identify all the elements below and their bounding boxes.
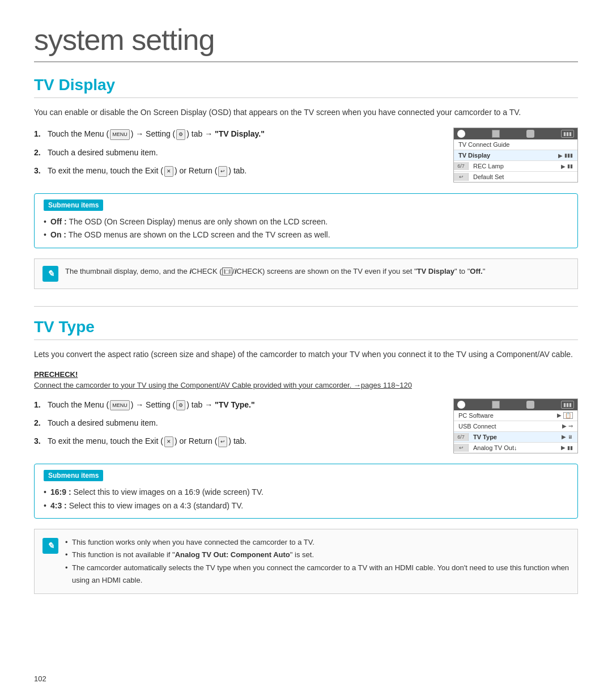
menu-row-default-set-wrapper: ↩ Default Set [454,172,577,182]
tv-type-step-2: 2. Touch a desired submenu item. [34,417,436,429]
step-3-text: To exit the menu, touch the Exit (✕) or … [48,164,246,177]
menu-side-nav-tvtype: 6/7 [454,433,469,441]
menu-back-btn: ↩ [454,173,469,181]
tv-type-menu-header: ▮▮▮ [454,399,577,410]
tv-type-menu-ui: ▮▮▮ PC Software ▶ 📋 USB Connect ▶ ⇒ 6/7 … [453,398,578,453]
oo-icon [457,130,465,138]
tv-display-steps-block: 1. Touch the Menu (MENU) → Setting (⚙) t… [34,128,578,183]
submenu-item-169: 16:9 : Select this to view images on a 1… [44,486,568,499]
menu-row-default-set: Default Set [469,172,577,182]
step-2-text: Touch a desired submenu item. [48,146,158,159]
submenu-item-43: 4:3 : Select this to view images on a 4:… [44,499,568,513]
tv-type-step-3: 3. To exit the menu, touch the Exit (✕) … [34,435,436,447]
step-1: 1. Touch the Menu (MENU) → Setting (⚙) t… [34,128,436,140]
section-separator [34,306,578,307]
menu-icon-tvtype: MENU [110,400,130,410]
tv-type-step-1-text: Touch the Menu (MENU) → Setting (⚙) tab … [48,398,255,411]
note-icon: ✎ [42,266,58,282]
battery-icon-tvtype: ▮▮▮ [561,401,574,409]
exit-icon-tvtype: ✕ [164,436,173,447]
tv-type-steps-block: 1. Touch the Menu (MENU) → Setting (⚙) t… [34,398,578,453]
setting-icon-tvtype: ⚙ [176,400,185,410]
step-num-2-tvtype: 2. [34,417,44,429]
grid-icon-tvtype [492,401,500,409]
menu-row-tv-display: TV Display ▶ ▮▮▮ [454,150,577,161]
menu-row-usb-connect: USB Connect ▶ ⇒ [454,421,577,432]
page-number: 102 [34,674,46,683]
step-num-1: 1. [34,128,44,140]
note-text-tv-display: The thumbnail display, demo, and the iCH… [65,266,485,278]
page-title: system setting [34,23,578,62]
tv-type-submenu-box: Submenu items 16:9 : Select this to view… [34,464,578,519]
tv-type-notes: ✎ This function works only when you have… [34,529,578,593]
return-icon-tvtype: ↩ [218,436,227,447]
step-2: 2. Touch a desired submenu item. [34,146,436,159]
precheck-label: PRECHECK! [34,370,578,379]
battery-icon: ▮▮▮ [561,130,574,138]
tv-type-section: TV Type Lets you convert the aspect rati… [34,318,578,594]
step-3: 3. To exit the menu, touch the Exit (✕) … [34,164,436,177]
menu-header: ▮▮▮ [454,128,577,139]
tv-display-section: TV Display You can enable or disable the… [34,76,578,289]
tv-display-note: ✎ The thumbnail display, demo, and the i… [34,258,578,289]
menu-row-pc-software: PC Software ▶ 📋 [454,410,577,421]
tv-type-description: Lets you convert the aspect ratio (scree… [34,348,578,360]
menu-row-rec-lamp: REC Lamp ▶ ▮▮ [469,161,577,171]
tv-display-heading: TV Display [34,76,578,98]
tv-display-description: You can enable or disable the On Screen … [34,106,578,118]
step-1-text: Touch the Menu (MENU) → Setting (⚙) tab … [48,128,265,140]
menu-icon: MENU [110,129,130,139]
menu-row-tv-connect-guide: TV Connect Guide [454,139,577,150]
tv-type-heading: TV Type [34,318,578,340]
precheck-text: Connect the camcorder to your TV using t… [34,381,578,389]
return-icon: ↩ [218,166,227,176]
step-num-2: 2. [34,146,44,159]
setting-icon: ⚙ [176,129,185,139]
note-item-2: This function is not available if "Analo… [65,549,570,561]
menu-row-tv-type-wrapper: 6/7 TV Type ▶ 🖥 [454,432,577,443]
submenu-item-off: Off : The OSD (On Screen Display) menus … [44,215,568,229]
tv-type-step-1: 1. Touch the Menu (MENU) → Setting (⚙) t… [34,398,436,411]
tv-display-steps: 1. Touch the Menu (MENU) → Setting (⚙) t… [34,128,436,183]
tv-type-step-2-text: Touch a desired submenu item. [48,417,158,429]
menu-row-tv-type: TV Type ▶ 🖥 [469,432,577,442]
submenu-item-on: On : The OSD menus are shown on the LCD … [44,228,568,242]
grid-icon [492,130,500,138]
menu-row-analog-wrapper: ↩ Analog TV Out↓ ▶ ▮▮ [454,443,577,453]
tv-type-steps: 1. Touch the Menu (MENU) → Setting (⚙) t… [34,398,436,453]
menu-back-btn-tvtype: ↩ [454,444,469,452]
submenu-title-tv-display: Submenu items [44,200,103,211]
gear-icon-tvtype [526,401,534,409]
menu-side-nav: 6/7 [454,162,469,170]
tv-display-submenu-box: Submenu items Off : The OSD (On Screen D… [34,193,578,249]
step-num-3: 3. [34,164,44,177]
menu-row-analog-tv-out: Analog TV Out↓ ▶ ▮▮ [469,443,577,453]
submenu-title-tv-type: Submenu items [44,470,103,481]
tv-type-submenu-items: 16:9 : Select this to view images on a 1… [44,486,568,513]
note-item-3: The camcorder automatically selects the … [65,562,570,587]
note-item-1: This function works only when you have c… [65,536,570,549]
exit-icon: ✕ [164,166,173,176]
tv-display-submenu-items: Off : The OSD (On Screen Display) menus … [44,215,568,243]
tv-display-menu-ui: ▮▮▮ TV Connect Guide TV Display ▶ ▮▮▮ 6/… [453,128,578,183]
step-num-1-tvtype: 1. [34,398,44,411]
note-icon-tvtype: ✎ [42,538,58,554]
menu-row-rec-lamp-wrapper: 6/7 REC Lamp ▶ ▮▮ [454,161,577,172]
gear-icon [526,130,534,138]
step-num-3-tvtype: 3. [34,435,44,447]
tv-type-step-3-text: To exit the menu, touch the Exit (✕) or … [48,435,246,447]
oo-icon-tvtype [457,401,465,409]
note-list-tvtype: This function works only when you have c… [65,536,570,586]
